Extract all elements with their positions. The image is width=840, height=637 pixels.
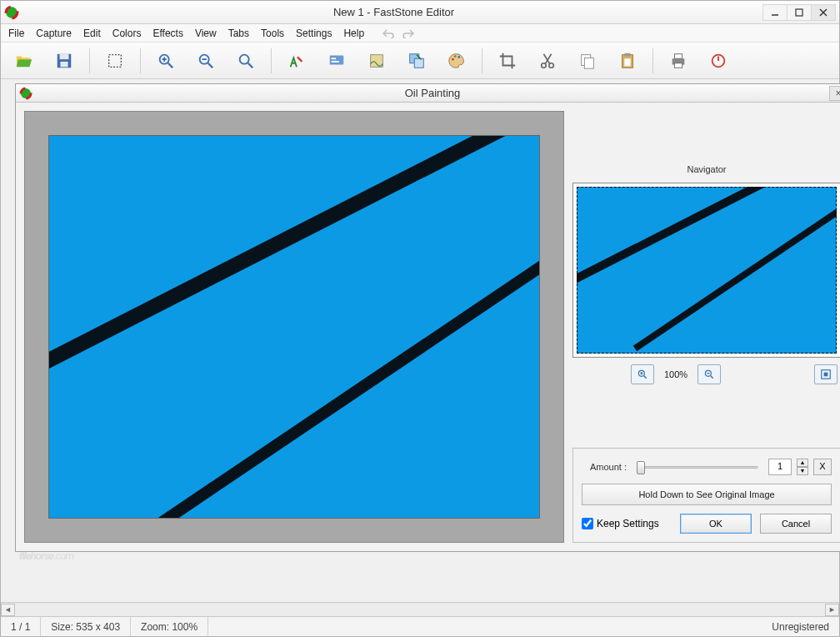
dialog-icon — [19, 87, 32, 100]
copy-button[interactable] — [569, 45, 606, 77]
menu-colors[interactable]: Colors — [107, 26, 148, 41]
app-icon — [4, 5, 19, 20]
zoom-actual-button[interactable] — [228, 45, 264, 77]
svg-rect-37 — [674, 53, 682, 58]
amount-value[interactable]: 1 — [768, 459, 792, 475]
keep-settings-row[interactable]: Keep Settings — [582, 518, 672, 529]
dialog-title: Oil Painting — [36, 87, 829, 99]
print-button[interactable] — [660, 45, 697, 77]
menu-settings[interactable]: Settings — [290, 26, 338, 41]
ok-button[interactable]: OK — [680, 514, 752, 534]
svg-rect-24 — [414, 58, 423, 68]
caption-button[interactable] — [318, 45, 355, 77]
close-tool-button[interactable] — [700, 45, 737, 77]
svg-rect-19 — [330, 55, 344, 64]
svg-point-25 — [452, 58, 454, 60]
edge-button[interactable] — [358, 45, 395, 77]
menu-edit[interactable]: Edit — [78, 26, 107, 41]
draw-button[interactable] — [278, 45, 315, 77]
preview-image — [48, 135, 540, 519]
settings-group: Amount : 1 ▲ ▼ X Hold Down to See Origin… — [572, 448, 840, 543]
svg-rect-51 — [824, 373, 828, 377]
svg-point-27 — [458, 56, 460, 58]
status-zoom: Zoom: 100% — [131, 617, 208, 636]
paste-button[interactable] — [609, 45, 646, 77]
svg-rect-21 — [332, 61, 339, 63]
svg-rect-38 — [674, 63, 682, 68]
palette-button[interactable] — [438, 45, 475, 77]
status-size: Size: 535 x 403 — [41, 617, 131, 636]
svg-rect-7 — [60, 53, 69, 58]
hold-original-button[interactable]: Hold Down to See Original Image — [582, 484, 832, 505]
svg-rect-9 — [109, 54, 122, 67]
status-bar: 1 / 1 Size: 535 x 403 Zoom: 100% Unregis… — [1, 616, 839, 636]
svg-rect-32 — [584, 58, 593, 68]
svg-point-28 — [452, 62, 455, 64]
svg-line-44 — [644, 376, 647, 379]
navigator-box[interactable] — [572, 183, 840, 358]
navigator-zoom-in-button[interactable] — [631, 364, 654, 384]
navigator-zoom-out-button[interactable] — [698, 364, 721, 384]
svg-rect-8 — [60, 61, 68, 66]
maximize-button[interactable] — [787, 4, 812, 21]
menu-tools[interactable]: Tools — [255, 26, 290, 41]
minimize-button[interactable] — [762, 4, 788, 21]
keep-settings-checkbox[interactable] — [582, 518, 593, 529]
amount-spin-up[interactable]: ▲ — [797, 459, 808, 467]
menu-bar: File Capture Edit Colors Effects View Ta… — [1, 24, 839, 43]
status-page: 1 / 1 — [1, 617, 41, 636]
scroll-left-button[interactable]: ◄ — [1, 604, 15, 616]
toolbar — [1, 43, 839, 79]
title-bar: New 1 - FastStone Editor — [1, 1, 839, 24]
resize-button[interactable] — [398, 45, 435, 77]
zoom-out-button[interactable] — [188, 45, 224, 77]
svg-point-26 — [454, 55, 457, 58]
svg-rect-22 — [371, 54, 383, 67]
undo-icon[interactable] — [381, 26, 396, 41]
svg-rect-3 — [796, 9, 802, 16]
menu-capture[interactable]: Capture — [30, 26, 78, 41]
svg-line-15 — [208, 63, 213, 68]
amount-slider[interactable] — [632, 459, 763, 474]
svg-line-48 — [711, 376, 713, 379]
menu-file[interactable]: File — [2, 26, 30, 41]
crop-button[interactable] — [489, 45, 526, 77]
svg-point-17 — [240, 54, 249, 63]
dialog-close-button[interactable]: × — [829, 86, 840, 101]
keep-settings-label: Keep Settings — [597, 518, 659, 529]
window-title: New 1 - FastStone Editor — [24, 6, 763, 18]
select-button[interactable] — [97, 45, 133, 77]
svg-rect-20 — [332, 58, 337, 59]
cut-button[interactable] — [529, 45, 566, 77]
svg-rect-35 — [624, 58, 630, 66]
menu-effects[interactable]: Effects — [147, 26, 188, 41]
menu-view[interactable]: View — [189, 26, 222, 41]
dialog-title-bar: Oil Painting × — [16, 84, 840, 103]
status-registration: Unregistered — [762, 617, 839, 636]
menu-help[interactable]: Help — [338, 26, 370, 41]
cancel-button[interactable]: Cancel — [760, 514, 832, 534]
navigator-fit-button[interactable] — [814, 364, 838, 384]
scroll-right-button[interactable]: ► — [825, 604, 839, 616]
amount-label: Amount : — [582, 462, 627, 472]
navigator-zoom-text: 100% — [659, 369, 692, 379]
redo-icon[interactable] — [401, 26, 416, 41]
amount-reset-button[interactable]: X — [813, 459, 832, 475]
close-button[interactable] — [811, 4, 836, 21]
navigator-label: Navigator — [572, 164, 840, 176]
amount-spin-down[interactable]: ▼ — [797, 467, 808, 475]
horizontal-scrollbar[interactable]: ◄ ► — [1, 602, 839, 616]
zoom-in-button[interactable] — [148, 45, 184, 77]
preview-pane — [24, 111, 564, 543]
svg-line-18 — [248, 63, 253, 68]
open-button[interactable] — [6, 45, 42, 77]
svg-rect-34 — [624, 53, 630, 56]
oil-painting-dialog: Oil Painting × Navigator 100% — [15, 83, 840, 552]
save-button[interactable] — [46, 45, 82, 77]
svg-line-11 — [168, 63, 173, 68]
menu-tabs[interactable]: Tabs — [222, 26, 255, 41]
